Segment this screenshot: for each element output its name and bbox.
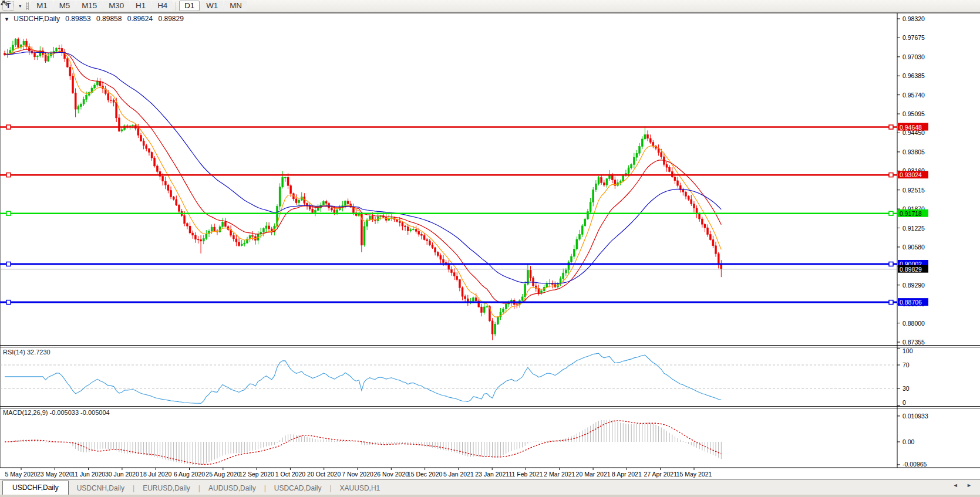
price-axis[interactable]: 0.983200.976750.970300.963850.957400.950… [897,15,928,346]
rsi-tick-label: 30 [902,385,910,392]
price-tick-label: 0.97675 [902,34,925,41]
chevron-down-icon: ▾ [19,4,21,9]
price-tick-label: 0.91225 [902,225,925,232]
tab-audusd-daily[interactable]: AUDUSD,Daily [200,482,264,495]
price-tick-label: 0.95740 [902,92,925,99]
date-tick-label: 26 Nov 2020 [374,471,409,478]
date-tick-label: 8 Apr 2021 [612,471,642,478]
date-tick-label: 5 May 2020 [5,471,38,478]
date-tick-label: 1 Oct 2020 [275,471,306,478]
timeframe-m1-button[interactable]: M1 [31,1,53,11]
horizontal-levels [0,125,897,305]
price-badge-0.94648: 0.94648 [898,123,928,131]
svg-text:0.93024: 0.93024 [900,171,922,178]
terminal-window: T ▾ M1 M5 M15 M30 H1 H4 D1 W1 MN 0.98320… [0,0,980,497]
symbol-dropdown-icon[interactable]: ▼ [4,16,9,22]
timeframe-w1-button[interactable]: W1 [201,1,223,11]
candlestick-series [4,38,722,340]
tab-usdcad-daily[interactable]: USDCAD,Daily [266,482,330,495]
toolbar-grip[interactable] [26,2,29,10]
price-tick-label: 0.95095 [902,110,925,117]
price-tick-label: 0.92515 [902,187,925,194]
price-badge-0.91718: 0.91718 [898,209,928,217]
hline-handle[interactable] [889,125,893,129]
date-tick-label: 25 Aug 2020 [206,471,240,478]
hline-handle[interactable] [6,125,11,129]
price-tick-label: 0.97030 [902,53,925,60]
rsi-tick-label: 100 [902,347,913,354]
bar-open-value: 0.89853 [65,15,90,23]
price-tick-label: 0.96385 [902,72,925,79]
date-tick-label: 7 Nov 2020 [342,471,373,478]
timeframe-h1-button[interactable]: H1 [130,1,151,11]
date-tick-label: 12 Sep 2020 [239,471,274,478]
symbol-period-label: USDCHF,Daily [14,15,60,23]
medium-ma-line [5,49,721,303]
date-tick-label: 2 Mar 2021 [544,471,575,478]
hline-handle[interactable] [6,300,11,305]
tab-usdcnh-daily[interactable]: USDCNH,Daily [69,482,133,495]
tab-scroll-right-icon[interactable]: ► [966,482,975,488]
svg-text:0.91718: 0.91718 [900,210,922,217]
date-tick-label: 20 Oct 2020 [307,471,341,478]
chart-title: ▼ USDCHF,Daily 0.89853 0.89858 0.89624 0… [4,15,184,23]
price-badge-0.88706: 0.88706 [898,298,928,306]
timeframe-m15-button[interactable]: M15 [76,1,102,11]
hline-handle[interactable] [889,300,893,305]
tab-xauusd-h1[interactable]: XAUUSD,H1 [332,482,389,495]
fast-ma-line [5,46,721,317]
arrange-arrows-icon [0,0,8,7]
price-tick-label: 0.88000 [902,320,925,327]
chart-tab-bar: USDCHF,Daily USDCNH,Daily | EURUSD,Daily… [0,479,980,495]
bar-close-value: 0.89829 [159,15,184,23]
rsi-indicator-label: RSI(14) 32.7230 [3,349,50,356]
toolbar-separator [176,2,176,11]
date-tick-label: 15 May 2021 [676,471,712,478]
tab-eurusd-daily[interactable]: EURUSD,Daily [134,482,198,495]
date-tick-label: 23 Jan 2021 [475,471,509,478]
price-tick-label: 0.87355 [902,339,925,346]
rsi-line [5,353,721,403]
chart-canvas[interactable]: 0.983200.976750.970300.963850.957400.950… [0,0,980,497]
hline-handle[interactable] [6,262,11,266]
toolbar: T ▾ M1 M5 M15 M30 H1 H4 D1 W1 MN [0,0,980,12]
hline-handle[interactable] [889,211,893,215]
rsi-axis: 10070300 [897,347,913,406]
price-tick-label: 0.90580 [902,244,925,251]
date-tick-label: 5 Jan 2021 [443,471,474,478]
hline-handle[interactable] [889,173,893,177]
price-badge-0.93024: 0.93024 [898,171,928,178]
date-tick-label: 6 Aug 2020 [174,471,205,478]
date-tick-label: 30 Jun 2020 [105,471,139,478]
timeframe-m5-button[interactable]: M5 [54,1,76,11]
macd-tick-label: 0.010933 [902,413,928,420]
timeframe-mn-button[interactable]: MN [224,1,247,11]
svg-text:0.88706: 0.88706 [900,299,922,306]
tab-usdchf-daily[interactable]: USDCHF,Daily [2,481,69,495]
svg-text:0.89829: 0.89829 [900,266,922,273]
tab-scroll-left-icon[interactable]: ◄ [953,482,962,488]
date-tick-label: 11 Jun 2020 [72,471,105,478]
price-tick-label: 0.98320 [902,15,925,22]
rsi-tick-label: 70 [902,361,910,368]
price-tick-label: 0.93805 [902,148,925,155]
bar-low-value: 0.89624 [127,15,153,23]
hline-0.91718[interactable] [0,211,897,215]
tab-scroll-arrows: ◄ ► [953,482,975,488]
chart-frame [0,13,980,468]
hline-handle[interactable] [6,173,11,177]
arrange-symbols-button[interactable]: ▾ [16,3,23,9]
date-tick-label: 15 Dec 2020 [408,471,443,478]
hline-handle[interactable] [889,262,893,266]
hline-handle[interactable] [6,211,11,215]
hline-0.88706[interactable] [0,300,897,305]
date-axis[interactable]: 5 May 202023 May 202011 Jun 202030 Jun 2… [5,468,712,478]
current-price-badge: 0.89829 [898,265,928,273]
date-tick-label: 20 Mar 2021 [576,471,611,478]
svg-text:0.94648: 0.94648 [900,124,922,131]
timeframe-m30-button[interactable]: M30 [103,1,129,11]
macd-tick-label: -0.00965 [902,461,927,468]
timeframe-d1-button[interactable]: D1 [179,1,200,11]
timeframe-h4-button[interactable]: H4 [152,1,173,11]
hline-0.93024[interactable] [0,173,897,177]
